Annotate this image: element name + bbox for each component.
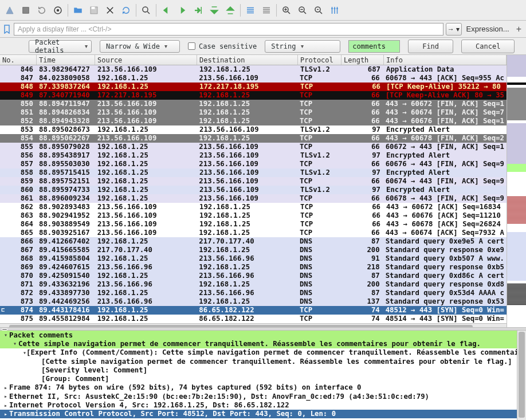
display-filter-bar: Apply a display filter ... <Ctrl-/> → ▾ … — [0, 21, 526, 38]
go-last-icon[interactable] — [224, 4, 237, 17]
tree-ip[interactable]: ▸Internet Protocol Version 4, Src: 192.1… — [0, 401, 517, 409]
packet-row[interactable]: 87389.442469256213.56.166.96192.168.1.25… — [0, 297, 507, 306]
packet-list[interactable]: No. Time Source Destination Protocol Len… — [0, 55, 507, 327]
packet-row[interactable]: 85488.895062267213.56.166.109192.168.1.2… — [0, 134, 507, 143]
open-icon[interactable] — [72, 4, 84, 17]
packet-row[interactable]: 86789.415665585217.70.177.40192.168.1.25… — [0, 246, 507, 254]
minimap[interactable] — [507, 55, 526, 327]
packet-list-header[interactable]: No. Time Source Destination Protocol Len… — [0, 55, 507, 65]
zoom-in-icon[interactable] — [280, 4, 293, 17]
packet-row[interactable]: 85288.894943328213.56.166.109192.168.1.2… — [0, 117, 507, 125]
tree-frame[interactable]: ▸Frame 874: 74 bytes on wire (592 bits),… — [0, 383, 517, 392]
packet-row[interactable]: 85388.895028673192.168.1.25213.56.166.10… — [0, 125, 507, 134]
packet-row[interactable]: 87189.433632196213.56.166.96192.168.1.25… — [0, 280, 507, 289]
bookmark-icon[interactable] — [2, 23, 11, 36]
packet-row[interactable]: 85088.894711947213.56.166.109192.168.1.2… — [0, 100, 507, 108]
col-proto[interactable]: Protocol — [298, 55, 341, 65]
close-icon[interactable] — [104, 4, 116, 17]
packet-row[interactable]: 84683.982964727213.56.166.109192.168.1.2… — [0, 65, 507, 74]
tree-comment-text[interactable]: ▾Cette simple navigation permet de comme… — [0, 339, 517, 348]
packet-row[interactable]: 87089.425091540192.168.1.25213.56.166.96… — [0, 272, 507, 280]
svg-rect-0 — [23, 7, 29, 13]
content-panes: No. Time Source Destination Protocol Len… — [0, 55, 526, 420]
capture-start-icon[interactable] — [3, 4, 16, 17]
hscrollbar[interactable]: ◂ ▸ — [0, 323, 507, 327]
find-button[interactable]: Find — [408, 40, 453, 53]
capture-stop-icon[interactable] — [19, 4, 32, 17]
col-info[interactable]: Info — [384, 55, 507, 65]
go-to-packet-icon[interactable] — [192, 4, 205, 17]
packet-row[interactable]: 85988.895752151192.168.1.25213.56.166.10… — [0, 177, 507, 186]
expression-button[interactable]: Expression... — [464, 25, 512, 33]
cancel-button[interactable]: Cancel — [461, 40, 515, 53]
save-icon[interactable] — [88, 4, 100, 17]
packet-row[interactable]: 85788.895503030192.168.1.25213.56.166.10… — [0, 160, 507, 168]
tree-expert-info[interactable]: ▾[Expert Info (Comment/Comment): Cette s… — [0, 348, 517, 357]
packet-row[interactable]: 85688.895438917192.168.1.25213.56.166.10… — [0, 151, 507, 160]
packet-row[interactable]: 86689.412667402192.168.1.25217.70.177.40… — [0, 237, 507, 246]
packet-details-pane[interactable]: ▾Packet comments ▾Cette simple navigatio… — [0, 331, 517, 420]
packet-row[interactable]: 85588.895079028192.168.1.25213.56.166.10… — [0, 143, 507, 151]
packet-row[interactable]: 87289.433897730192.168.1.25213.56.166.96… — [0, 289, 507, 297]
autoscroll-icon[interactable] — [244, 4, 257, 17]
col-dest[interactable]: Destination — [197, 55, 298, 65]
capture-options-icon[interactable] — [52, 4, 64, 17]
colorize-icon[interactable] — [260, 4, 273, 17]
packet-row[interactable]: 84784.023809058192.168.1.25213.56.166.10… — [0, 74, 507, 83]
col-no[interactable]: No. — [0, 55, 37, 65]
current-frame-marker-icon: ⊏ — [1, 307, 5, 313]
svg-rect-4 — [92, 7, 95, 9]
capture-restart-icon[interactable] — [36, 4, 48, 17]
resize-columns-icon[interactable] — [328, 4, 341, 17]
find-bar: Packet details Narrow & Wide Case sensit… — [0, 38, 526, 55]
tree-severity[interactable]: [Severity level: Comment] — [0, 366, 517, 374]
packet-row[interactable]: 87589.455812984192.168.1.2586.65.182.122… — [0, 315, 507, 323]
packet-row[interactable]: 87489.443178416192.168.1.2586.65.182.122… — [0, 306, 507, 315]
packet-row[interactable]: 86288.902893483213.56.166.109192.168.1.2… — [0, 203, 507, 211]
separator — [276, 4, 277, 17]
packet-row[interactable]: 86388.902941952213.56.166.109192.168.1.2… — [0, 211, 507, 220]
packet-row[interactable]: 85188.894826834213.56.166.109192.168.1.2… — [0, 108, 507, 117]
tree-tcp[interactable]: ▸Transmission Control Protocol, Src Port… — [0, 410, 517, 418]
zoom-out-icon[interactable] — [296, 4, 309, 17]
reload-icon[interactable] — [120, 4, 132, 17]
packet-row[interactable]: 86989.424607615213.56.166.96192.168.1.25… — [0, 263, 507, 272]
zoom-reset-icon[interactable] — [312, 4, 325, 17]
tree-ethernet[interactable]: ▸Ethernet II, Src: AsustekC_2e:15:90 (bc… — [0, 392, 517, 401]
char-width-combo[interactable]: Narrow & Wide — [100, 40, 180, 53]
packet-row[interactable]: 86488.903889549213.56.166.109192.168.1.2… — [0, 220, 507, 229]
tree-packet-comments[interactable]: ▾Packet comments — [0, 331, 517, 339]
col-source[interactable]: Source — [95, 55, 197, 65]
separator — [136, 4, 136, 17]
tree-group[interactable]: [Group: Comment] — [0, 374, 517, 383]
packet-row[interactable]: 85888.895715415192.168.1.25213.56.166.10… — [0, 168, 507, 177]
search-input[interactable]: comments — [348, 40, 400, 53]
svg-point-5 — [143, 7, 148, 12]
packet-row[interactable]: 86188.896009234192.168.1.25213.56.166.10… — [0, 194, 507, 203]
packet-row[interactable]: 84887.339837264192.168.1.25172.217.18.19… — [0, 83, 507, 91]
go-forward-icon[interactable] — [176, 4, 189, 17]
separator — [240, 4, 241, 17]
pane-splitter[interactable] — [0, 327, 526, 331]
packet-row[interactable]: 84987.340771940172.217.18.195192.168.1.2… — [0, 91, 507, 100]
search-type-combo[interactable]: String — [265, 40, 340, 53]
packet-row[interactable]: 86889.415985804192.168.1.25213.56.166.96… — [0, 254, 507, 263]
find-icon[interactable] — [140, 4, 152, 17]
col-time[interactable]: Time — [37, 55, 95, 65]
case-sensitive-checkbox[interactable]: Case sensitive — [188, 42, 257, 50]
separator — [156, 4, 156, 17]
go-back-icon[interactable] — [160, 4, 172, 17]
svg-point-2 — [57, 9, 60, 11]
col-length[interactable]: Length — [341, 55, 384, 65]
go-first-icon[interactable] — [208, 4, 221, 17]
search-scope-combo[interactable]: Packet details — [29, 40, 92, 53]
apply-filter-button[interactable]: → ▾ — [446, 23, 462, 36]
tree-expert-comment[interactable]: [Cette simple navigation permet de comme… — [0, 357, 517, 366]
packet-row[interactable]: 86588.903925167213.56.166.109192.168.1.2… — [0, 229, 507, 237]
details-vscrollbar[interactable] — [517, 331, 526, 420]
add-button-icon[interactable]: + — [514, 24, 524, 34]
display-filter-input[interactable]: Apply a display filter ... <Ctrl-/> — [14, 23, 443, 36]
packet-row[interactable]: 86088.895974733192.168.1.25213.56.166.10… — [0, 186, 507, 194]
packet-rows[interactable]: 84683.982964727213.56.166.109192.168.1.2… — [0, 65, 507, 323]
main-toolbar — [0, 0, 526, 21]
